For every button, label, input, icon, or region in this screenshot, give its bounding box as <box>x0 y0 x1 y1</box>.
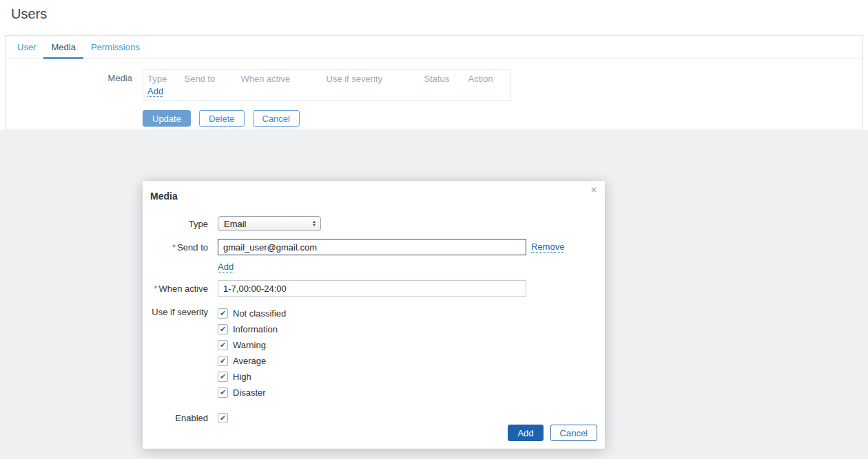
enabled-checkbox[interactable]: ✔ <box>218 413 228 423</box>
when-active-row: *When active <box>143 280 605 297</box>
media-form-content: Type Send to When active Use if severity… <box>143 69 511 127</box>
check-icon: ✔ <box>220 309 226 318</box>
when-active-label: *When active <box>143 284 218 294</box>
severity-checkbox-high[interactable]: ✔ <box>218 372 228 382</box>
form-cancel-button[interactable]: Cancel <box>253 110 300 127</box>
severity-option-not-classified: ✔ Not classified <box>218 306 286 321</box>
dialog-cancel-button[interactable]: Cancel <box>550 425 597 441</box>
severity-option-warning: ✔ Warning <box>218 337 286 353</box>
severity-label: Use if severity <box>143 306 218 317</box>
column-header-type: Type <box>143 70 179 85</box>
severity-checkbox-disaster[interactable]: ✔ <box>218 387 228 398</box>
check-icon: ✔ <box>220 341 226 350</box>
severity-option-disaster: ✔ Disaster <box>218 385 286 401</box>
send-to-row: *Send to Remove <box>143 239 605 255</box>
severity-option-information: ✔ Information <box>218 321 286 337</box>
type-label: Type <box>143 219 218 229</box>
enabled-label: Enabled <box>143 413 218 423</box>
tab-user[interactable]: User <box>10 36 43 58</box>
severity-checkbox-not-classified[interactable]: ✔ <box>218 308 228 319</box>
delete-button[interactable]: Delete <box>199 110 245 127</box>
severity-row: Use if severity ✔ Not classified ✔ Infor… <box>143 306 605 401</box>
send-to-label: *Send to <box>143 242 218 253</box>
dialog-title: Media <box>143 181 605 202</box>
media-form-row: Media Type Send to When active Use if se… <box>6 69 862 127</box>
tab-bar: User Media Permissions <box>6 36 862 58</box>
media-dialog: ✕ Media Type Email ▲ ▼ *Send to Remove A… <box>143 181 605 449</box>
select-caret-icon: ▲ ▼ <box>312 220 316 227</box>
close-icon[interactable]: ✕ <box>590 184 597 195</box>
severity-option-high: ✔ High <box>218 369 286 385</box>
column-header-use-if-severity: Use if severity <box>321 70 419 85</box>
required-mark: * <box>172 242 176 253</box>
tab-media[interactable]: Media <box>43 36 83 58</box>
form-button-row: Update Delete Cancel <box>143 110 511 127</box>
table-row: Add <box>143 85 511 101</box>
column-header-action: Action <box>463 70 511 85</box>
media-form-label: Media <box>6 69 143 127</box>
send-to-add-link[interactable]: Add <box>218 261 234 273</box>
check-icon: ✔ <box>220 325 226 334</box>
column-header-send-to: Send to <box>179 70 236 85</box>
type-select[interactable]: Email ▲ ▼ <box>218 216 321 231</box>
check-icon: ✔ <box>220 372 226 381</box>
severity-options: ✔ Not classified ✔ Information ✔ Warning… <box>218 306 286 401</box>
dialog-add-button[interactable]: Add <box>508 425 543 441</box>
send-to-add-row: Add <box>143 261 605 273</box>
media-list-table: Type Send to When active Use if severity… <box>143 69 511 101</box>
send-to-remove-link[interactable]: Remove <box>531 242 564 253</box>
check-icon: ✔ <box>220 388 226 397</box>
page-title: Users <box>0 0 868 29</box>
check-icon: ✔ <box>220 414 226 423</box>
caret-down-icon: ▼ <box>312 224 316 227</box>
dialog-footer: Add Cancel <box>508 425 597 441</box>
media-add-link[interactable]: Add <box>147 86 163 97</box>
check-icon: ✔ <box>220 356 226 365</box>
severity-checkbox-warning[interactable]: ✔ <box>218 340 228 350</box>
type-select-value: Email <box>224 219 312 229</box>
severity-option-average: ✔ Average <box>218 353 286 369</box>
enabled-row: Enabled ✔ <box>143 413 605 423</box>
type-row: Type Email ▲ ▼ <box>143 216 605 231</box>
update-button[interactable]: Update <box>143 110 191 127</box>
column-header-status: Status <box>419 70 463 85</box>
user-edit-panel: User Media Permissions Media Type Send t… <box>5 35 863 129</box>
severity-checkbox-information[interactable]: ✔ <box>218 324 228 334</box>
send-to-input[interactable] <box>218 239 526 255</box>
when-active-input[interactable] <box>218 280 526 297</box>
severity-checkbox-average[interactable]: ✔ <box>218 356 228 366</box>
tab-permissions[interactable]: Permissions <box>83 36 147 58</box>
page-root: Users User Media Permissions Media Type … <box>0 0 868 29</box>
column-header-when-active: When active <box>236 70 321 85</box>
required-mark: * <box>154 284 157 294</box>
